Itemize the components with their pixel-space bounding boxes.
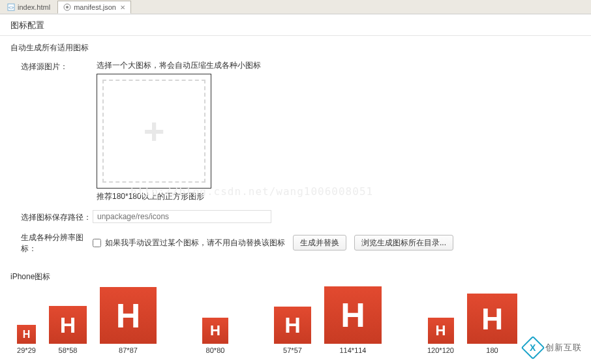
h-glyph: H [116,296,141,335]
icon-item-87: H 87*87 [100,287,157,354]
icon-caption: 58*58 [59,346,78,354]
icon-box-87[interactable]: H [100,287,157,344]
plus-icon: + [144,113,165,149]
icon-caption: 114*114 [340,346,367,354]
icon-item-57: H 57*57 [274,307,311,354]
h-glyph: H [23,329,31,341]
logo-badge-icon: X [521,336,545,360]
logo-text: 创新互联 [545,342,582,354]
row-save-path: 选择图标保存路径： [10,210,581,223]
json-file-icon [63,3,71,11]
tab-manifest-json[interactable]: manifest.json ✕ [57,1,131,14]
icon-caption: 87*87 [119,346,138,354]
tab-bar: <> index.html manifest.json ✕ [0,0,591,14]
icon-box-114[interactable]: H [324,286,382,344]
page-title: 图标配置 [0,14,591,36]
save-path-input[interactable] [93,210,271,223]
h-glyph: H [481,301,503,337]
icon-box-29[interactable]: H [17,325,36,344]
tab-label: index.html [18,3,50,11]
icon-box-80[interactable]: H [202,318,228,344]
icon-box-57[interactable]: H [274,307,311,344]
generate-replace-button[interactable]: 生成并替换 [293,235,346,250]
tab-label: manifest.json [74,3,116,11]
tab-index-html[interactable]: <> index.html [1,1,56,14]
h-glyph: H [284,312,301,338]
iphone-heading: iPhone图标 [10,271,581,282]
checkbox-label: 如果我手动设置过某个图标，请不用自动替换该图标 [105,237,285,249]
icon-item-114: H 114*114 [324,286,382,354]
icon-box-120-small[interactable]: H [428,318,454,344]
icon-row: H 29*29 H 58*58 H 87*87 H 80*80 H 57*57 … [10,286,581,359]
label-source: 选择源图片： [10,60,93,72]
html-file-icon: <> [7,3,15,11]
row-generate: 生成各种分辨率图标： 如果我手动设置过某个图标，请不用自动替换该图标 生成并替换… [10,231,581,254]
icon-caption: 180 [486,346,498,354]
content-area: 自动生成所有适用图标 选择源图片： 选择一个大图标，将会自动压缩生成各种小图标 … [0,36,591,254]
icon-item-29: H 29*29 [17,325,36,354]
svg-text:<>: <> [8,5,14,10]
image-drop-zone[interactable]: + [97,74,211,189]
h-glyph: H [341,296,365,335]
label-save-path: 选择图标保存路径： [10,211,93,223]
drop-inner: + [102,80,205,183]
browse-output-button[interactable]: 浏览生成图标所在目录... [354,235,453,250]
h-glyph: H [210,322,220,339]
h-glyph: H [60,312,76,338]
icon-box-58[interactable]: H [49,306,87,344]
icon-item-120-small: H 120*120 [427,318,454,354]
icon-caption: 57*57 [283,346,302,354]
no-replace-checkbox[interactable] [93,239,101,247]
icon-box-180[interactable]: H [467,294,517,344]
row-source-image: 选择源图片： 选择一个大图标，将会自动压缩生成各种小图标 + 推荐180*180… [10,60,581,202]
close-icon[interactable]: ✕ [120,4,125,11]
icon-item-180: H 180 [467,294,517,354]
site-logo: X 创新互联 [524,339,582,356]
icon-caption: 80*80 [206,346,225,354]
h-glyph: H [436,322,446,339]
icon-item-58: H 58*58 [49,306,87,354]
icon-item-80: H 80*80 [202,318,228,354]
recommend-text: 推荐180*180以上的正方形图形 [97,191,581,202]
section-auto-generate: 自动生成所有适用图标 [10,42,581,53]
iphone-section: iPhone图标 H 29*29 H 58*58 H 87*87 H 80*80… [0,271,591,359]
source-description: 选择一个大图标，将会自动压缩生成各种小图标 [93,60,581,71]
svg-point-3 [66,6,68,8]
label-generate: 生成各种分辨率图标： [10,231,93,254]
icon-caption: 120*120 [427,346,454,354]
icon-caption: 29*29 [17,346,36,354]
